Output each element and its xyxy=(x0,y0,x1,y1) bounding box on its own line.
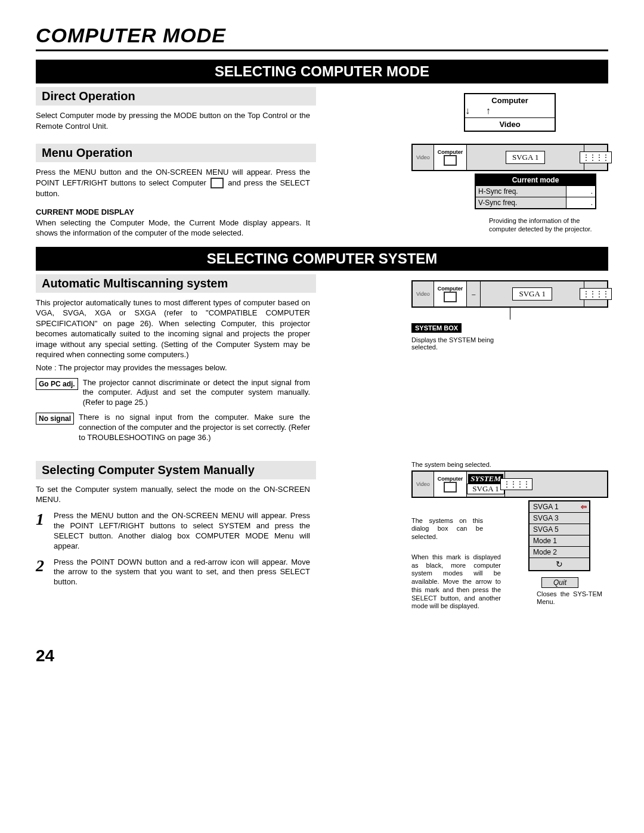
more-icon[interactable]: ↻ xyxy=(530,558,589,570)
step-1-num: 1 xyxy=(36,511,54,528)
computer-icon xyxy=(444,482,457,493)
go-pc-adj-text: The projector cannot discriminate or det… xyxy=(83,378,310,408)
system-dropdown[interactable]: SVGA 1 SVGA 3 SVGA 5 Mode 1 Mode 2 ↻ xyxy=(528,500,590,571)
opt-svga1[interactable]: SVGA 1 xyxy=(530,501,589,513)
direct-text: Select Computer mode by pressing the MOD… xyxy=(36,110,310,131)
sub-auto-multiscan: Automatic Multiscanning system xyxy=(36,274,316,293)
manual-text: To set the Computer system manually, sel… xyxy=(36,484,310,505)
cap-when: When this mark is displayed as black, mo… xyxy=(411,553,501,611)
auto-note: Note : The projector may provides the me… xyxy=(36,363,310,373)
sub-manual: Selecting Computer System Manually xyxy=(36,461,316,479)
mode-video: Video xyxy=(465,117,555,131)
sub-direct-operation: Direct Operation xyxy=(36,87,316,106)
opt-svga3[interactable]: SVGA 3 xyxy=(530,513,589,524)
computer-icon xyxy=(444,155,457,166)
menu-strip-2: Video Computer – SVGA 1 ⋮⋮⋮⋮ xyxy=(411,280,608,308)
menu-text: Press the MENU button and the ON-SCREEN … xyxy=(36,167,310,199)
step-1-text: Press the MENU button and the ON-SCREEN … xyxy=(54,511,310,552)
opt-mode1[interactable]: Mode 1 xyxy=(530,535,589,547)
section-selecting-mode: SELECTING COMPUTER MODE xyxy=(36,60,608,83)
go-pc-adj-label: Go PC adj. xyxy=(36,378,78,390)
hash-icon: ⋮⋮⋮⋮ xyxy=(580,288,612,300)
arrow-down-icon: ↓ ↑ xyxy=(465,107,555,117)
cap-quit: Closes the SYS-TEM Menu. xyxy=(537,590,602,607)
page-number: 24 xyxy=(36,646,608,665)
page-title: COMPUTER MODE xyxy=(36,24,608,51)
mode-computer: Computer xyxy=(465,94,555,107)
computer-icon xyxy=(444,292,457,302)
computer-icon xyxy=(210,178,224,188)
quit-button[interactable]: Quit xyxy=(541,577,578,588)
cap-top: The system being selected. xyxy=(411,461,608,469)
current-mode-box: Current mode H-Sync freq.. V-Sync freq.. xyxy=(475,174,596,209)
cap-left: The systems on this dialog box can be se… xyxy=(411,517,483,541)
current-mode-display-text: When selecting the Computer Mode, the Cu… xyxy=(36,218,310,239)
auto-text: This projector automatically tunes to mo… xyxy=(36,298,310,360)
sub-menu-operation: Menu Operation xyxy=(36,144,316,162)
system-box-text: Displays the SYSTEM being selected. xyxy=(411,336,501,351)
current-mode-display-head: CURRENT MODE DISPLAY xyxy=(36,208,316,216)
opt-svga5[interactable]: SVGA 5 xyxy=(530,524,589,535)
hash-icon: ⋮⋮⋮⋮ xyxy=(580,151,612,163)
hash-icon: ⋮⋮⋮⋮ xyxy=(500,478,532,490)
no-signal-text: There is no signal input from the comput… xyxy=(79,413,310,443)
step-2-num: 2 xyxy=(36,558,54,574)
section-selecting-system: SELECTING COMPUTER SYSTEM xyxy=(36,247,608,271)
system-box-label: SYSTEM BOX xyxy=(411,323,462,333)
no-signal-label: No signal xyxy=(36,413,74,425)
menu-strip-1: Video Computer SVGA 1 ⋮⋮⋮⋮ xyxy=(411,144,608,171)
cm-caption: Providing the information of the compute… xyxy=(489,216,596,234)
step-2-text: Press the POINT DOWN button and a red-ar… xyxy=(54,558,310,588)
svga-label: SVGA 1 xyxy=(506,151,545,164)
opt-mode2[interactable]: Mode 2 xyxy=(530,547,589,558)
mode-diagram: Computer ↓ ↑ Video xyxy=(464,93,556,132)
menu-strip-3: Video Computer SYSTEMSVGA 1 ⋮⋮⋮⋮ xyxy=(411,470,608,498)
